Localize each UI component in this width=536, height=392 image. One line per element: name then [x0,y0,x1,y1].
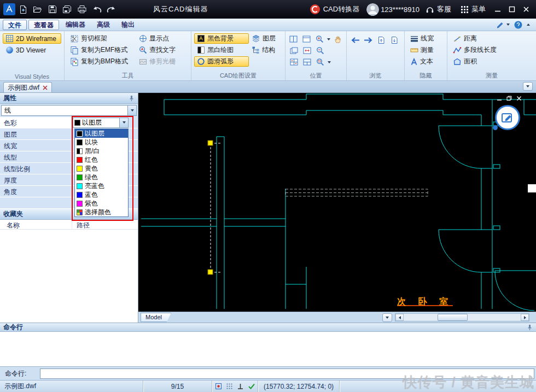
canvas-close-button[interactable] [516,96,522,101]
undo-button[interactable] [90,3,104,16]
view-back-icon[interactable] [349,35,360,45]
tab-file[interactable]: 文件 [3,20,27,30]
pin-icon[interactable] [129,95,135,102]
view-forward-icon[interactable] [363,35,374,45]
close-button[interactable] [519,3,533,16]
color-option-magenta[interactable]: 紫色 [75,199,128,208]
color-option-blackwhite[interactable]: 黑/白 [75,147,128,155]
zoom-in-dropdown-icon[interactable] [327,38,330,40]
command-input[interactable] [40,368,534,379]
visual-style-3d-viewer-button[interactable]: 3D Viewer [3,45,61,55]
copy-view-icon[interactable] [288,46,299,56]
find-text-button[interactable]: 查找文字 [136,45,178,55]
tab-output[interactable]: 输出 [116,20,139,30]
area-button[interactable]: 面积 [450,56,533,67]
zoom-out-icon[interactable] [314,46,325,56]
document-tab-close-icon[interactable] [43,85,48,90]
menu-button[interactable]: 菜单 [461,4,486,14]
entity-type-combobox[interactable]: 线 [1,105,137,116]
trim-raster-button[interactable]: 修剪光栅 [136,56,178,67]
favorites-list[interactable] [0,230,138,323]
zoom-in-icon[interactable] [314,34,325,44]
tab-viewer[interactable]: 查看器 [28,20,59,30]
next-sheet-icon[interactable] [389,35,400,45]
bw-drawing-button[interactable]: 黑白绘图 [194,45,249,55]
clip-frame-button[interactable]: 剪切框架 [67,33,136,44]
property-label-linetype[interactable]: 线型 [0,151,72,162]
color-option-yellow[interactable]: 黄色 [75,164,128,173]
color-option-blue[interactable]: 蓝色 [75,190,128,199]
cad-converter-button[interactable]: CAD转换器 [310,4,359,15]
show-points-button[interactable]: 显示点 [136,33,178,44]
canvas-restore-button[interactable] [506,96,512,101]
tab-advanced[interactable]: 高级 [92,20,115,30]
hide-measure-button[interactable]: 测量 [407,45,444,55]
polyline-length-button[interactable]: 多段线长度 [450,45,533,55]
print-button[interactable] [75,3,89,16]
drawing-canvas[interactable]: 次 卧 室 [138,93,536,312]
structure-button[interactable]: 结构 [249,45,278,55]
user-avatar[interactable] [366,3,379,16]
property-label-linetype-scale[interactable]: 线型比例 [0,163,72,174]
scroll-right-button[interactable] [521,314,529,321]
split-view-icon[interactable] [288,34,299,44]
save-all-button[interactable] [60,3,74,16]
command-output[interactable] [0,332,536,367]
zoom-window-dropdown-icon[interactable] [328,61,331,63]
ortho-icon[interactable] [237,383,244,390]
tab-editor[interactable]: 编辑器 [61,20,90,30]
favorites-column-path[interactable]: 路径 [72,220,138,229]
collapse-ribbon-icon[interactable] [527,24,530,26]
distance-button[interactable]: 距离 [450,33,533,44]
scrollbar-track[interactable] [404,314,521,321]
horizontal-scrollbar[interactable] [395,313,529,321]
color-option-green[interactable]: 绿色 [75,173,128,182]
pan-hand-icon[interactable] [333,34,343,44]
scroll-left-button[interactable] [395,314,404,321]
redo-button[interactable] [104,3,119,16]
property-label-layer[interactable]: 图层 [0,128,72,139]
property-label-lineweight[interactable]: 线宽 [0,140,72,151]
smooth-arc-button[interactable]: 圆滑弧形 [194,56,249,67]
maximize-button[interactable] [505,3,518,16]
panel-collapse-button[interactable] [382,313,392,322]
property-label-angle[interactable]: 角度 [0,186,72,197]
copy-emf-button[interactable]: 复制为EMF格式 [67,45,136,55]
single-view-icon[interactable] [301,34,312,44]
color-option-red[interactable]: 红色 [75,155,128,164]
property-label-color[interactable]: 色彩 [0,117,72,128]
black-background-button[interactable]: 黑色背景 [194,33,249,44]
save-button[interactable] [45,3,60,16]
hide-text-button[interactable]: 文本 [407,56,444,67]
draft-check-icon[interactable] [248,383,255,390]
command-pin-icon[interactable] [527,324,533,331]
zoom-window-icon[interactable] [314,57,325,67]
color-option-cyan[interactable]: 亮蓝色 [75,182,128,190]
minimize-button[interactable] [491,3,504,16]
style-pen-button[interactable] [496,21,510,28]
multi-view-icon[interactable] [288,57,299,67]
color-option-bylayer[interactable]: 以图层 [75,129,128,138]
new-file-button[interactable] [16,3,30,16]
customer-service-button[interactable]: 客服 [426,4,451,14]
property-label-thickness[interactable]: 厚度 [0,174,72,185]
open-file-button[interactable] [31,3,45,16]
prev-sheet-icon[interactable] [376,35,387,45]
color-dropdown-button[interactable] [119,118,128,127]
layers-button[interactable]: 图层 [249,33,278,44]
hide-lineweight-button[interactable]: 线宽 [407,33,444,44]
grid-icon[interactable] [226,383,233,390]
scrollbar-thumb[interactable] [438,314,468,321]
help-icon[interactable] [514,21,522,29]
entity-type-dropdown-button[interactable] [127,106,136,115]
color-option-byblock[interactable]: 以块 [75,138,128,147]
object-snap-icon[interactable] [215,383,222,390]
model-tab[interactable]: Model [141,313,171,322]
canvas-minimize-button[interactable] [497,96,502,101]
copy-bmp-button[interactable]: 复制为BMP格式 [67,56,136,67]
fit-view-icon[interactable] [301,46,312,56]
color-option-pick-color[interactable]: 选择颜色 [75,208,128,217]
viewport-grid-icon[interactable] [301,57,312,67]
color-value-combobox[interactable]: 以图层 [73,118,129,128]
visual-style-2d-wireframe-button[interactable]: 2D Wireframe [3,33,61,44]
